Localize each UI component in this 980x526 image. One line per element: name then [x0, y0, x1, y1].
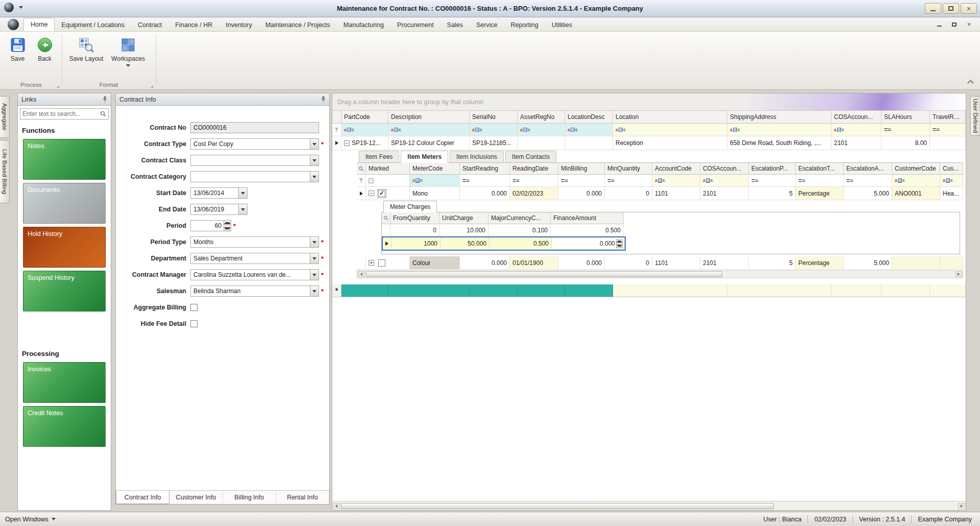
tab-item-inclusions[interactable]: Item Inclusions	[450, 151, 504, 162]
filter-accountcode[interactable]	[652, 175, 700, 187]
tab-customer-info[interactable]: Customer Info	[169, 491, 223, 504]
column-header-location[interactable]: Location	[613, 111, 727, 124]
new-cell-shippingaddress[interactable]	[727, 284, 831, 297]
back-button[interactable]: Back	[32, 35, 57, 62]
tab-reporting[interactable]: Reporting	[504, 19, 545, 31]
abc-filter-icon[interactable]	[568, 128, 578, 132]
column-header-slahours[interactable]: SLAHours	[881, 111, 930, 124]
marked-checkbox[interactable]	[378, 190, 385, 197]
column-header-escalationp[interactable]: EscalationP...	[749, 163, 796, 175]
documents-button[interactable]: Documents	[23, 183, 106, 224]
abc-filter-icon[interactable]	[616, 128, 626, 132]
cell-unitcharge[interactable]: 50.000	[440, 237, 489, 250]
contract-type-select[interactable]: Cost Per Copy	[190, 138, 319, 150]
cell-travelradius[interactable]	[930, 136, 966, 150]
new-cell-location[interactable]	[613, 284, 727, 297]
abc-filter-icon[interactable]	[655, 178, 665, 183]
dropdown-button[interactable]	[310, 172, 318, 182]
filter-partcode[interactable]	[341, 124, 388, 136]
column-header-cosaccount[interactable]: COSAccoun...	[700, 163, 749, 175]
filter-metercode[interactable]	[410, 175, 460, 187]
cell-slahours[interactable]: 8.00	[881, 136, 930, 150]
filter-description[interactable]	[388, 124, 470, 136]
suspend-history-button[interactable]: Suspend History	[23, 271, 106, 312]
column-header-assetregno[interactable]: AssetRegNo	[518, 111, 565, 124]
filter-assetregno[interactable]	[518, 124, 565, 136]
period-stepper[interactable]: 60	[190, 220, 231, 231]
scroll-left-icon[interactable]	[358, 271, 365, 277]
column-header-unitcharge[interactable]: UnitCharge	[439, 212, 488, 224]
column-header-minquantity[interactable]: MinQuantity	[605, 163, 652, 175]
cell-escalationt[interactable]: Percentage	[796, 187, 844, 200]
equals-filter-icon[interactable]: =	[751, 177, 758, 184]
cell-location[interactable]: Reception	[613, 136, 727, 150]
filter-readingdate[interactable]: =	[510, 175, 558, 187]
minimize-button[interactable]	[925, 3, 941, 14]
cell-metercode[interactable]: Mono	[410, 187, 460, 200]
cell-customercode[interactable]: ANO0001	[892, 187, 940, 200]
meters-horizontal-scrollbar[interactable]	[357, 270, 963, 278]
tab-finance-hr[interactable]: Finance / HR	[168, 19, 219, 31]
dropdown-button[interactable]	[310, 237, 318, 247]
credit-notes-button[interactable]: Credit Notes	[23, 406, 106, 447]
abc-filter-icon[interactable]	[472, 128, 482, 132]
cell-readingdate[interactable]: 02/02/2023	[510, 187, 558, 200]
column-header-readingdate[interactable]: ReadingDate	[510, 163, 558, 175]
tab-procurement[interactable]: Procurement	[390, 19, 440, 31]
cell-fromquantity[interactable]: 0	[390, 224, 439, 236]
mdi-close-button[interactable]: ×	[962, 19, 976, 29]
cell-fromquantity[interactable]: 1000	[391, 237, 440, 250]
cell-escalationa[interactable]: 5.000	[844, 187, 892, 200]
cell-startreading[interactable]: 0.000	[460, 256, 510, 270]
tab-sales[interactable]: Sales	[440, 19, 470, 31]
new-cell-travelradius[interactable]	[930, 284, 966, 297]
filter-customer[interactable]	[940, 175, 963, 187]
filter-shippingaddress[interactable]	[727, 124, 831, 136]
filter-slahours[interactable]: =	[881, 124, 930, 136]
cell-metercode[interactable]: Colour	[410, 256, 460, 270]
tab-maintenance-projects[interactable]: Maintenance / Projects	[259, 19, 337, 31]
filter-locationdesc[interactable]	[565, 124, 613, 136]
spinner-buttons[interactable]	[616, 239, 623, 248]
tab-service[interactable]: Service	[470, 19, 504, 31]
cell-customer[interactable]: Hea...	[940, 187, 963, 200]
equals-filter-icon[interactable]: =	[512, 177, 520, 184]
group-by-bar[interactable]: Drag a column header here to group by th…	[332, 93, 966, 111]
filter-cosaccount[interactable]	[831, 124, 881, 136]
cell-escalationp[interactable]: 5	[749, 187, 796, 200]
filter-escalationt[interactable]: =	[796, 175, 844, 187]
column-header-metercode[interactable]: MeterCode	[410, 163, 460, 175]
cell-financeamount[interactable]: 0.500	[551, 224, 624, 236]
column-header-shippingaddress[interactable]: ShippingAddress	[727, 111, 831, 124]
cell-cosaccount[interactable]: 2101	[700, 256, 749, 270]
restore-button[interactable]	[943, 3, 959, 14]
spinner-buttons[interactable]	[224, 221, 231, 231]
cell-financeamount-editor[interactable]: 0.000	[552, 237, 625, 250]
charges-search-icon[interactable]	[382, 212, 390, 224]
contract-no-input[interactable]: CO0000016	[190, 122, 319, 133]
cell-readingdate[interactable]: 01/01/1900	[510, 256, 558, 270]
scrollbar-thumb[interactable]	[366, 271, 722, 277]
column-header-accountcode[interactable]: AccountCode	[652, 163, 700, 175]
scroll-right-icon[interactable]	[955, 271, 962, 277]
new-cell-cosaccount[interactable]	[831, 284, 881, 297]
equals-filter-icon[interactable]: =	[607, 177, 615, 184]
salesman-select[interactable]: Belinda Sharman	[190, 285, 319, 297]
pin-icon[interactable]	[103, 96, 107, 103]
column-header-partcode[interactable]: PartCode	[341, 111, 388, 124]
cell-accountcode[interactable]: 1101	[652, 256, 700, 270]
contract-manager-select[interactable]: Carolina Suzzetta Lourens van de...	[190, 269, 319, 280]
grid-horizontal-scrollbar[interactable]	[332, 501, 966, 510]
dropdown-button[interactable]	[310, 155, 318, 165]
aggregate-billing-checkbox[interactable]	[190, 304, 198, 311]
tab-meter-charges[interactable]: Meter Charges	[383, 201, 437, 212]
meters-search-icon[interactable]	[357, 163, 366, 175]
abc-filter-icon[interactable]	[391, 128, 401, 132]
cell-customercode[interactable]	[892, 256, 940, 270]
cell-description[interactable]: SP19-12 Colour Copier	[388, 136, 470, 150]
tab-contract[interactable]: Contract	[131, 19, 168, 31]
scrollbar-thumb[interactable]	[341, 503, 774, 509]
contract-class-select[interactable]	[190, 155, 319, 166]
pin-icon[interactable]	[321, 96, 326, 103]
filter-minbilling[interactable]: =	[558, 175, 605, 187]
